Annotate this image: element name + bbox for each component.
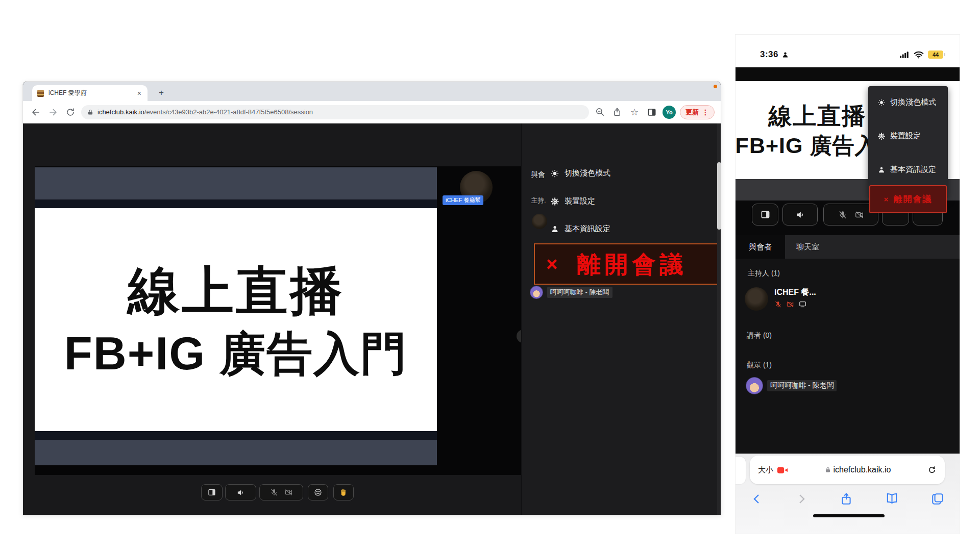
panel-attendees-label: 與會 xyxy=(531,170,545,180)
slide-top-strip xyxy=(35,199,437,208)
site-favicon-icon xyxy=(37,90,44,97)
host-mic-off-icon xyxy=(774,300,782,308)
safari-nav-row xyxy=(736,488,960,510)
menu-info-label: 基本資訊設定 xyxy=(565,224,610,234)
participant-row[interactable]: 呵呵呵咖啡 - 陳老闆 xyxy=(530,286,612,299)
host-avatar xyxy=(745,287,768,311)
zoom-out-icon[interactable] xyxy=(593,106,606,119)
tabs-icon[interactable] xyxy=(931,492,944,506)
mic-camera-button[interactable] xyxy=(259,484,303,500)
tab-close-icon[interactable]: × xyxy=(136,89,142,97)
tab-chat[interactable]: 聊天室 xyxy=(796,242,819,252)
speaker-button[interactable] xyxy=(225,484,256,500)
safari-address-pill[interactable]: 大小 ichefclub.kaik.io xyxy=(750,456,945,484)
sun-icon xyxy=(877,98,886,107)
mobile-tabs-bar: 與會者 聊天室 xyxy=(736,235,960,259)
layout-icon xyxy=(761,210,770,219)
safari-domain: ichefclub.kaik.io xyxy=(834,465,891,474)
browser-toolbar: ichefclub.kaik.io/events/c43e93b2-ab2e-4… xyxy=(23,101,721,123)
person-icon xyxy=(877,166,886,174)
browser-tab[interactable]: iCHEF 愛學府 × xyxy=(32,85,148,101)
mobile-layout-button[interactable] xyxy=(752,204,778,226)
mobile-slide-line1: 線上直播 xyxy=(769,100,867,132)
text-size-button[interactable]: 大小 xyxy=(758,465,773,475)
status-person-icon xyxy=(781,51,789,59)
layout-icon xyxy=(208,488,216,496)
address-bar[interactable]: ichefclub.kaik.io/events/c43e93b2-ab2e-4… xyxy=(81,105,589,119)
url-text: ichefclub.kaik.io/events/c43e93b2-ab2e-4… xyxy=(97,108,313,116)
mobile-leave-meeting-button[interactable]: × 離開會議 xyxy=(869,185,947,213)
bookmark-star-icon[interactable]: ☆ xyxy=(628,106,641,119)
mobile-participants-list: 主持人 (1) iCHEF 餐... 講者 (0) 觀眾 (1) 呵呵呵咖啡 -… xyxy=(736,259,960,454)
audience-avatar xyxy=(746,377,763,394)
menu-light-label: 切換淺色模式 xyxy=(565,168,610,178)
new-tab-button[interactable]: + xyxy=(155,86,168,99)
home-indicator[interactable] xyxy=(813,514,885,517)
mic-off-icon xyxy=(270,488,278,496)
leave-meeting-button[interactable]: × 離開會議 xyxy=(534,243,720,285)
shared-slide: 線上直播 FB+IG 廣告入門 xyxy=(35,208,437,431)
reaction-button[interactable] xyxy=(308,484,328,500)
wifi-icon xyxy=(914,51,924,59)
battery-level: 44 xyxy=(928,51,943,59)
mobile-menu-item-device-settings[interactable]: 裝置設定 xyxy=(877,131,921,141)
lock-icon xyxy=(87,109,93,116)
slide-title-line2: FB+IG 廣告入門 xyxy=(64,325,408,383)
tab-strip: iCHEF 愛學府 × + xyxy=(23,82,721,101)
forward-icon[interactable] xyxy=(46,106,60,119)
menu-device-label: 裝置設定 xyxy=(565,196,595,206)
recording-camera-icon[interactable] xyxy=(777,466,788,474)
profile-avatar[interactable]: Yo xyxy=(663,106,676,119)
mobile-menu-item-basic-info[interactable]: 基本資訊設定 xyxy=(877,165,936,174)
raised-hand-icon xyxy=(339,488,348,496)
browser-menu-dots-icon[interactable]: ⋮ xyxy=(702,108,709,116)
audience-section-header: 觀眾 (1) xyxy=(747,361,772,370)
tab-title: iCHEF 愛學府 xyxy=(48,89,136,97)
chrome-update-button[interactable]: 更新 ⋮ xyxy=(680,105,715,119)
mobile-menu-item-light-mode[interactable]: 切換淺色模式 xyxy=(877,97,936,107)
presenter-name-tag: iCHEF 餐廳幫 xyxy=(443,195,483,205)
speaker-icon xyxy=(795,210,805,220)
mobile-speaker-button[interactable] xyxy=(782,204,818,226)
back-icon[interactable] xyxy=(751,492,763,506)
adjacent-tab-edge xyxy=(735,457,746,484)
participant-avatar xyxy=(530,286,543,299)
raise-hand-button[interactable] xyxy=(333,484,354,500)
mic-off-icon xyxy=(838,210,847,219)
speaker-section-header: 講者 (0) xyxy=(747,331,772,340)
layout-toggle-button[interactable] xyxy=(201,484,223,500)
menu-item-device-settings[interactable]: 裝置設定 xyxy=(550,196,595,206)
share-icon[interactable] xyxy=(840,492,853,506)
speaker-icon xyxy=(236,488,245,497)
reload-icon[interactable] xyxy=(64,106,77,119)
mobile-menu-light-label: 切換淺色模式 xyxy=(890,97,936,107)
refresh-icon[interactable] xyxy=(927,465,937,474)
camera-off-icon xyxy=(854,210,864,219)
panel-host-label: 主持. xyxy=(531,196,546,205)
gear-icon xyxy=(877,132,886,140)
share-icon[interactable] xyxy=(610,106,624,119)
panel-scrollbar-thumb[interactable] xyxy=(717,162,721,230)
mobile-menu-device-label: 裝置設定 xyxy=(890,131,921,141)
audience-row[interactable]: 呵呵呵咖啡 - 陳老闆 xyxy=(746,377,837,394)
bookmarks-icon[interactable] xyxy=(885,492,899,506)
battery-indicator: 44 xyxy=(928,51,945,59)
menu-item-basic-info[interactable]: 基本資訊設定 xyxy=(550,224,610,234)
menu-item-light-mode[interactable]: 切換淺色模式 xyxy=(550,168,610,178)
forward-icon[interactable] xyxy=(795,492,807,506)
host-screenshare-icon xyxy=(798,300,807,308)
slide-top-bar xyxy=(35,167,437,199)
tab-attendees[interactable]: 與會者 xyxy=(736,235,785,259)
slide-title-line1: 線上直播 xyxy=(128,257,344,325)
mobile-status-bar: 3:36 44 xyxy=(736,35,960,67)
back-icon[interactable] xyxy=(29,106,42,119)
smiley-icon xyxy=(314,488,322,496)
slide-bottom-strip xyxy=(35,431,437,440)
camera-off-icon xyxy=(284,488,293,496)
screen-share-stage: 線上直播 FB+IG 廣告入門 iCHEF 餐廳幫 xyxy=(35,166,521,475)
host-row[interactable]: iCHEF 餐... xyxy=(745,287,816,311)
host-avatar-small xyxy=(532,214,547,229)
screenshot-canvas: iCHEF 愛學府 × + ichefclub.kaik.io/events/c… xyxy=(0,0,980,551)
side-panel-icon[interactable] xyxy=(645,106,658,119)
status-time: 3:36 xyxy=(760,49,778,60)
